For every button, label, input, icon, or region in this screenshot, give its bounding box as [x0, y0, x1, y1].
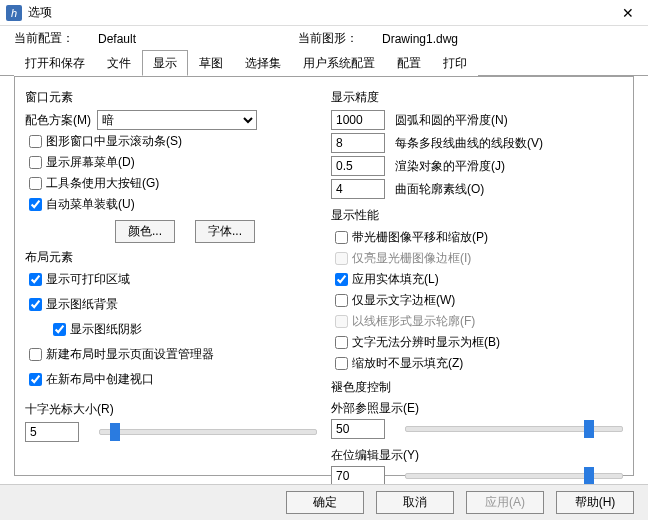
- cb-text-as-box[interactable]: 文字无法分辨时显示为框(B): [331, 333, 623, 352]
- surface-isolines-label: 曲面轮廓素线(O): [395, 181, 484, 198]
- dialog-buttons: 确定 取消 应用(A) 帮助(H): [0, 484, 648, 520]
- cb-wireframe-silhouette: 以线框形式显示轮廓(F): [331, 312, 623, 331]
- current-config-value: Default: [98, 32, 298, 46]
- xref-fade-label: 外部参照显示(E): [331, 400, 623, 417]
- fade-control-title: 褪色度控制: [331, 379, 623, 396]
- current-config-label: 当前配置：: [14, 30, 98, 47]
- cb-screen-menu[interactable]: 显示屏幕菜单(D): [25, 153, 317, 172]
- color-scheme-label: 配色方案(M): [25, 112, 91, 129]
- cb-solid-fill[interactable]: 应用实体填充(L): [331, 270, 623, 289]
- titlebar: h 选项 ✕: [0, 0, 648, 26]
- cb-page-setup-manager[interactable]: 新建布局时显示页面设置管理器: [25, 345, 317, 364]
- arc-smoothness-label: 圆弧和圆的平滑度(N): [395, 112, 508, 129]
- arc-smoothness-input[interactable]: [331, 110, 385, 130]
- help-button[interactable]: 帮助(H): [556, 491, 634, 514]
- apply-button: 应用(A): [466, 491, 544, 514]
- cb-paper-shadow[interactable]: 显示图纸阴影: [49, 320, 317, 339]
- cb-scrollbars[interactable]: 图形窗口中显示滚动条(S): [25, 132, 317, 151]
- inplace-fade-label: 在位编辑显示(Y): [331, 447, 623, 464]
- surface-isolines-input[interactable]: [331, 179, 385, 199]
- cb-no-fill-on-zoom[interactable]: 缩放时不显示填充(Z): [331, 354, 623, 373]
- display-panel: 窗口元素 配色方案(M) 暗 图形窗口中显示滚动条(S) 显示屏幕菜单(D) 工…: [14, 76, 634, 476]
- tab-selection[interactable]: 选择集: [234, 50, 292, 76]
- crosshair-size-input[interactable]: [25, 422, 79, 442]
- tab-print[interactable]: 打印: [432, 50, 478, 76]
- layout-elements-title: 布局元素: [25, 249, 317, 266]
- render-smoothness-label: 渲染对象的平滑度(J): [395, 158, 505, 175]
- display-performance-title: 显示性能: [331, 207, 623, 224]
- close-icon[interactable]: ✕: [614, 5, 642, 21]
- tab-display[interactable]: 显示: [142, 50, 188, 76]
- colors-button[interactable]: 颜色...: [115, 220, 175, 243]
- tab-files[interactable]: 文件: [96, 50, 142, 76]
- config-row: 当前配置： Default 当前图形： Drawing1.dwg: [0, 26, 648, 49]
- cb-create-viewport[interactable]: 在新布局中创建视口: [25, 370, 317, 389]
- tab-sketch[interactable]: 草图: [188, 50, 234, 76]
- inplace-fade-slider[interactable]: [405, 469, 623, 483]
- xref-fade-input[interactable]: [331, 419, 385, 439]
- pline-segments-label: 每条多段线曲线的线段数(V): [395, 135, 543, 152]
- crosshair-title: 十字光标大小(R): [25, 401, 317, 418]
- render-smoothness-input[interactable]: [331, 156, 385, 176]
- cb-raster-panzoom[interactable]: 带光栅图像平移和缩放(P): [331, 228, 623, 247]
- cb-autoload-menu[interactable]: 自动菜单装载(U): [25, 195, 317, 214]
- xref-fade-slider[interactable]: [405, 422, 623, 436]
- cb-paper-background[interactable]: 显示图纸背景: [25, 295, 317, 314]
- pline-segments-input[interactable]: [331, 133, 385, 153]
- color-scheme-select[interactable]: 暗: [97, 110, 257, 130]
- fonts-button[interactable]: 字体...: [195, 220, 255, 243]
- window-title: 选项: [28, 4, 52, 21]
- tab-user-prefs[interactable]: 用户系统配置: [292, 50, 386, 76]
- tab-open-save[interactable]: 打开和保存: [14, 50, 96, 76]
- tab-profiles[interactable]: 配置: [386, 50, 432, 76]
- cancel-button[interactable]: 取消: [376, 491, 454, 514]
- app-icon: h: [6, 5, 22, 21]
- tabbar: 打开和保存 文件 显示 草图 选择集 用户系统配置 配置 打印: [0, 49, 648, 76]
- current-drawing-label: 当前图形：: [298, 30, 382, 47]
- crosshair-slider[interactable]: [99, 425, 317, 439]
- cb-text-frame-only[interactable]: 仅显示文字边框(W): [331, 291, 623, 310]
- window-elements-title: 窗口元素: [25, 89, 317, 106]
- display-precision-title: 显示精度: [331, 89, 623, 106]
- ok-button[interactable]: 确定: [286, 491, 364, 514]
- cb-highlight-raster-frame: 仅亮显光栅图像边框(I): [331, 249, 623, 268]
- cb-big-buttons[interactable]: 工具条使用大按钮(G): [25, 174, 317, 193]
- inplace-fade-input[interactable]: [331, 466, 385, 486]
- cb-printable-area[interactable]: 显示可打印区域: [25, 270, 317, 289]
- current-drawing-value: Drawing1.dwg: [382, 32, 582, 46]
